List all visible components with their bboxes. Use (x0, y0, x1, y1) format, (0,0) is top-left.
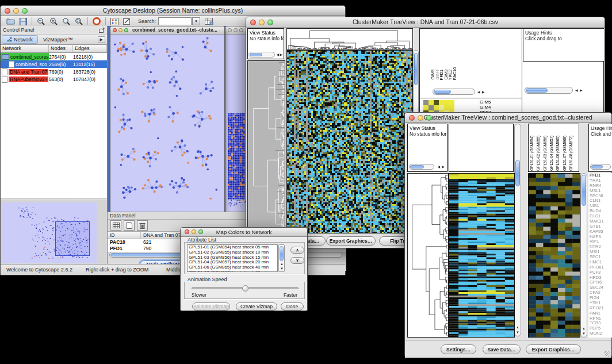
treeview2-heatmap[interactable] (449, 173, 515, 338)
treeview2-titlebar[interactable]: ClusterMaker TreeView : combined_scores_… (405, 113, 611, 123)
treeview1-zoom-hscrollbar[interactable] (433, 89, 475, 95)
scrollbar-thumb[interactable] (280, 246, 284, 261)
minimize-button[interactable] (13, 8, 19, 14)
treeview2-detail-vscrollbar[interactable]: ▲ ▼ (580, 173, 587, 338)
usage-hints-hscrollbar[interactable] (590, 164, 611, 170)
matrix-cell[interactable] (423, 105, 429, 110)
select-attributes-button[interactable] (110, 220, 121, 231)
matrix-cell[interactable] (444, 105, 449, 110)
treeview1-titlebar[interactable]: ClusterMaker TreeView : DNA and Tran 07-… (246, 17, 605, 28)
scrollbar-thumb[interactable] (434, 90, 451, 94)
zoom-button[interactable] (267, 20, 273, 25)
close-button[interactable] (5, 8, 10, 14)
network-table-row[interactable]: combined_sco2569(6)13112(15) (1, 60, 107, 68)
scroll-left-icon[interactable]: ◀ (437, 165, 440, 168)
new-attribute-button[interactable] (124, 220, 135, 231)
search-dropdown-button[interactable]: ▼ (192, 17, 200, 25)
scroll-up-icon[interactable]: ▲ (516, 325, 519, 329)
matrix-cell[interactable] (449, 100, 454, 105)
attribute-list-item[interactable]: GPL51-07 (GSM868) heat shock 60 min (188, 270, 277, 272)
float-panel-icon[interactable] (99, 28, 105, 33)
zoom-selected-button[interactable] (72, 17, 85, 26)
move-down-button[interactable]: ∨ (290, 257, 304, 264)
scroll-up-icon[interactable]: ▲ (582, 327, 586, 330)
open-session-button[interactable] (4, 17, 17, 26)
tab-vizmapper[interactable]: VizMapper™ (38, 35, 78, 44)
move-up-button[interactable]: ∧ (290, 247, 304, 254)
treeview2-button[interactable]: Save Data… (483, 344, 521, 354)
treeview1-heatmap[interactable] (286, 50, 413, 233)
create-vizmap-button[interactable]: Create Vizmap (236, 302, 277, 311)
annotation-button[interactable] (121, 17, 133, 26)
scroll-left-icon[interactable]: ◀ (477, 90, 480, 94)
minimize-button[interactable] (234, 28, 238, 32)
scrollbar-thumb[interactable] (515, 160, 520, 186)
scrollbar-thumb[interactable] (410, 165, 424, 168)
animate-vizmap-button[interactable]: Animate Vizmap (192, 302, 230, 311)
scrollbar-thumb[interactable] (526, 88, 548, 93)
delete-attribute-button[interactable] (137, 220, 148, 231)
minimize-button[interactable] (418, 115, 423, 121)
resize-grip[interactable] (605, 351, 610, 357)
scroll-right-icon[interactable]: ▶ (442, 165, 445, 168)
col-network[interactable]: Network (1, 45, 49, 52)
treeview2-detail-heatmap[interactable] (528, 173, 580, 338)
column-label[interactable]: GPL51-01 (GSM854) (530, 136, 534, 171)
scroll-down-icon[interactable]: ▼ (516, 331, 519, 334)
gene-label[interactable]: GIM4 (480, 105, 514, 110)
attribute-list-scrollbar[interactable]: ▲ ▼ (278, 244, 285, 272)
scroll-up-icon[interactable]: ▲ (280, 262, 284, 266)
network-table-row[interactable]: DNA and Tran 07769(0)183728(0) (1, 68, 107, 75)
column-label[interactable]: GPL51-08 (GSM872) (569, 136, 573, 171)
minimize-button[interactable] (259, 20, 265, 25)
usage-hints-hscrollbar[interactable] (525, 87, 573, 94)
view-status-hscrollbar[interactable] (409, 164, 434, 170)
tab-network[interactable]: Network (2, 35, 38, 44)
scrollbar-thumb[interactable] (591, 165, 603, 168)
search-input[interactable] (158, 17, 192, 25)
matrix-cell[interactable] (429, 105, 434, 110)
col-nodes[interactable]: Nodes (49, 45, 73, 52)
treeview1-column-dendrogram[interactable] (286, 28, 413, 50)
scroll-right-icon[interactable]: ▶ (580, 89, 583, 92)
network1-titlebar[interactable]: combined_scores_good.txt--cluste... (110, 26, 224, 35)
help-button[interactable] (90, 17, 103, 26)
speed-slider-thumb[interactable] (242, 285, 248, 292)
scroll-left-icon[interactable]: ◀ (276, 53, 279, 56)
scrollbar-thumb[interactable] (414, 53, 418, 85)
zoom-button[interactable] (22, 8, 28, 14)
gene-label[interactable]: MON2 (588, 331, 612, 336)
network-table-row[interactable]: RNAPuberNov2+563(0)107847(0) (1, 75, 107, 83)
more-tabs-button[interactable]: ▶ (98, 36, 105, 43)
close-button[interactable] (250, 20, 256, 25)
network-name-cell[interactable]: RNAPuberNov2+ (1, 75, 49, 83)
dialog-titlebar[interactable]: Map Colors to Network (181, 228, 307, 237)
zoom-button[interactable] (239, 28, 243, 32)
zoom-fit-button[interactable] (60, 17, 72, 26)
matrix-cell[interactable] (434, 100, 439, 105)
network-table-row[interactable]: combined_scores2764(0)16218(0) (1, 53, 107, 60)
zoom-button[interactable] (198, 229, 203, 234)
scrollbar-thumb[interactable] (582, 175, 586, 206)
column-label[interactable]: GPL51-03 (GSM856) (543, 136, 547, 171)
column-label[interactable]: GPL51-04 (GSM857) (549, 136, 553, 171)
done-button[interactable]: Done (281, 302, 304, 311)
close-button[interactable] (185, 229, 189, 234)
matrix-cell[interactable] (429, 100, 434, 105)
matrix-cell[interactable] (444, 100, 449, 105)
treeview1-button[interactable]: Export Graphics… (326, 236, 376, 246)
scroll-down-icon[interactable]: ▼ (582, 332, 586, 335)
matrix-cell[interactable] (439, 105, 444, 110)
matrix-cell[interactable] (434, 105, 439, 110)
treeview1-row-dendrogram[interactable] (247, 60, 285, 235)
network1-canvas[interactable] (110, 34, 223, 212)
close-button[interactable] (228, 28, 232, 32)
network-name-cell[interactable]: combined_sco (1, 60, 49, 68)
scroll-right-icon[interactable]: ▶ (482, 90, 485, 94)
network-name-cell[interactable]: DNA and Tran 07 (1, 68, 49, 75)
treeview2-main-vscrollbar[interactable]: ▲ ▼ (514, 124, 521, 336)
col-edges[interactable]: Edges (73, 45, 107, 52)
scroll-right-icon[interactable]: ▶ (280, 53, 282, 56)
vizmapper-button[interactable] (108, 17, 121, 26)
zoom-in-button[interactable] (47, 17, 60, 26)
